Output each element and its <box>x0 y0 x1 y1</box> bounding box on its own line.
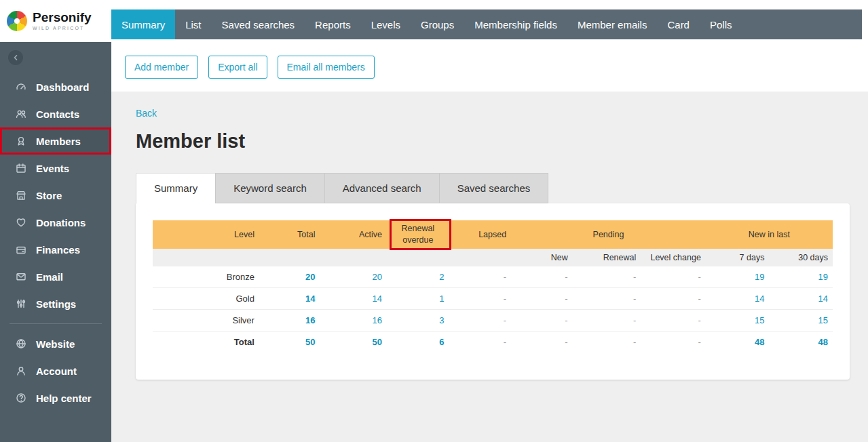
member-count-link[interactable]: 48 <box>706 332 770 353</box>
sidebar-divider <box>10 323 102 324</box>
page-title: Member list <box>136 130 850 153</box>
sidebar-item-label: Dashboard <box>36 81 89 93</box>
tab-keyword-search[interactable]: Keyword search <box>215 173 324 203</box>
sub-header-renewal: Renewal <box>573 249 641 266</box>
app-window: Personify WILD APRICOT DashboardContacts… <box>0 0 868 442</box>
tab-saved-searches[interactable]: Saved searches <box>439 173 549 203</box>
sidebar-footer-nav: WebsiteAccountHelp center <box>0 330 111 411</box>
member-count-link[interactable]: 14 <box>320 288 387 310</box>
sidebar-item-settings[interactable]: Settings <box>0 290 111 317</box>
sub-header-empty <box>259 249 320 266</box>
top-nav-tab-card[interactable]: Card <box>657 9 700 39</box>
tab-advanced-search[interactable]: Advanced search <box>324 173 439 203</box>
email-all-members-button[interactable]: Email all members <box>278 56 375 79</box>
member-count-link[interactable]: 15 <box>769 310 833 332</box>
finances-icon <box>15 243 27 256</box>
member-count-link[interactable]: 50 <box>320 332 387 353</box>
summary-card: LevelTotalActiveRenewal overdueLapsedPen… <box>136 203 850 380</box>
top-nav-tab-summary[interactable]: Summary <box>111 9 175 39</box>
top-nav-tab-polls[interactable]: Polls <box>700 9 742 39</box>
sidebar-item-dashboard[interactable]: Dashboard <box>0 73 111 100</box>
gauge-icon <box>15 81 27 93</box>
member-count-link[interactable]: 14 <box>259 288 320 310</box>
level-cell: Total <box>153 332 259 353</box>
sidebar-item-finances[interactable]: Finances <box>0 236 111 263</box>
sidebar-item-label: Store <box>36 190 62 201</box>
sidebar-item-label: Events <box>36 163 69 174</box>
table-header-row: LevelTotalActiveRenewal overdueLapsedPen… <box>153 220 833 249</box>
member-count-link[interactable]: 3 <box>387 310 449 332</box>
empty-count-cell: - <box>511 288 573 310</box>
sidebar-collapse-button[interactable] <box>8 50 23 65</box>
sub-header-30-days: 30 days <box>769 249 833 266</box>
table-head: LevelTotalActiveRenewal overdueLapsedPen… <box>153 220 833 266</box>
sidebar-item-account[interactable]: Account <box>0 357 111 384</box>
member-count-link[interactable]: 1 <box>387 288 449 310</box>
member-count-link[interactable]: 50 <box>259 332 320 353</box>
member-count-link[interactable]: 20 <box>320 266 387 288</box>
sidebar-item-email[interactable]: Email <box>0 263 111 290</box>
sidebar-item-help-center[interactable]: Help center <box>0 384 111 411</box>
person-icon <box>15 365 27 377</box>
export-all-button[interactable]: Export all <box>208 56 267 79</box>
globe-icon <box>15 338 27 350</box>
table-subheader-row: NewRenewalLevel change7 days30 days <box>153 249 833 266</box>
top-nav-tab-groups[interactable]: Groups <box>411 9 464 39</box>
topbar: SummaryListSaved searchesReportsLevelsGr… <box>111 0 868 39</box>
member-count-link[interactable]: 14 <box>769 288 833 310</box>
top-nav-tab-list[interactable]: List <box>175 9 211 39</box>
tab-summary[interactable]: Summary <box>136 173 215 204</box>
member-count-link[interactable]: 16 <box>320 310 387 332</box>
member-count-link[interactable]: 6 <box>387 332 449 353</box>
add-member-button[interactable]: Add member <box>125 56 198 79</box>
chevron-left-icon <box>11 53 20 62</box>
sidebar-item-donations[interactable]: Donations <box>0 209 111 236</box>
top-nav-tab-reports[interactable]: Reports <box>305 9 361 39</box>
top-nav: SummaryListSaved searchesReportsLevelsGr… <box>111 9 862 39</box>
level-cell: Bronze <box>153 266 259 288</box>
sidebar-item-members[interactable]: Members <box>0 127 111 155</box>
sidebar-item-events[interactable]: Events <box>0 155 111 182</box>
table-row-silver: Silver16163----1515 <box>153 310 833 332</box>
sidebar-item-contacts[interactable]: Contacts <box>0 100 111 127</box>
empty-count-cell: - <box>511 266 573 288</box>
brand-text: Personify WILD APRICOT <box>33 11 92 31</box>
empty-count-cell: - <box>573 288 641 310</box>
table-row-gold: Gold14141----1414 <box>153 288 833 310</box>
heart-icon <box>15 216 27 228</box>
member-badge-icon <box>15 135 27 147</box>
sidebar-item-website[interactable]: Website <box>0 330 111 357</box>
table-body: Bronze20202----1919Gold14141----1414Silv… <box>153 266 833 353</box>
sub-header-new: New <box>511 249 573 266</box>
sidebar-nav: DashboardContactsMembersEventsStoreDonat… <box>0 73 111 317</box>
member-count-link[interactable]: 2 <box>387 266 449 288</box>
top-nav-tab-saved-searches[interactable]: Saved searches <box>212 9 305 39</box>
main-column: SummaryListSaved searchesReportsLevelsGr… <box>111 0 868 442</box>
member-count-link[interactable]: 15 <box>706 310 770 332</box>
brand-logo[interactable]: Personify WILD APRICOT <box>0 0 111 42</box>
sidebar-item-label: Contacts <box>36 108 79 120</box>
member-count-link[interactable]: 14 <box>706 288 770 310</box>
back-link[interactable]: Back <box>136 108 157 119</box>
top-nav-tab-levels[interactable]: Levels <box>361 9 411 39</box>
help-icon <box>15 392 27 404</box>
top-nav-tab-membership-fields[interactable]: Membership fields <box>464 9 567 39</box>
member-count-link[interactable]: 19 <box>769 266 833 288</box>
empty-count-cell: - <box>449 288 512 310</box>
member-count-link[interactable]: 48 <box>769 332 833 353</box>
sidebar-item-label: Account <box>36 365 77 377</box>
sub-header-empty <box>153 249 259 266</box>
member-count-link[interactable]: 19 <box>706 266 770 288</box>
sidebar-item-label: Donations <box>36 217 86 228</box>
envelope-icon <box>15 270 27 283</box>
top-nav-tab-member-emails[interactable]: Member emails <box>567 9 658 39</box>
empty-count-cell: - <box>641 266 706 288</box>
sidebar-item-store[interactable]: Store <box>0 182 111 209</box>
member-count-link[interactable]: 16 <box>259 310 320 332</box>
level-cell: Gold <box>153 288 259 310</box>
col-header-lapsed: Lapsed <box>449 220 512 249</box>
member-summary-table: LevelTotalActiveRenewal overdueLapsedPen… <box>153 220 833 353</box>
table-row-bronze: Bronze20202----1919 <box>153 266 833 288</box>
member-count-link[interactable]: 20 <box>259 266 320 288</box>
brand-pinwheel-icon <box>7 11 27 31</box>
